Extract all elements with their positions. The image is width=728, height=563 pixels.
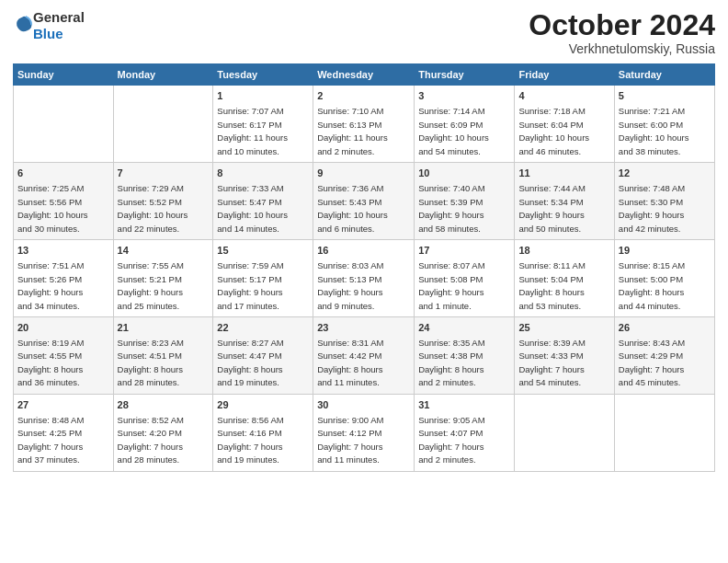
- day-number: 2: [317, 89, 410, 104]
- weekday-header-saturday: Saturday: [614, 64, 714, 86]
- day-info: Sunrise: 8:15 AM Sunset: 5:00 PM Dayligh…: [619, 260, 685, 311]
- calendar-cell: 3Sunrise: 7:14 AM Sunset: 6:09 PM Daylig…: [415, 86, 515, 163]
- day-info: Sunrise: 8:39 AM Sunset: 4:33 PM Dayligh…: [518, 338, 585, 388]
- calendar-cell: [113, 86, 213, 163]
- calendar-cell: 9Sunrise: 7:36 AM Sunset: 5:43 PM Daylig…: [313, 163, 415, 240]
- day-info: Sunrise: 8:56 AM Sunset: 4:16 PM Dayligh…: [217, 415, 283, 465]
- weekday-header-tuesday: Tuesday: [213, 64, 313, 86]
- calendar-week-5: 27Sunrise: 8:48 AM Sunset: 4:25 PM Dayli…: [14, 394, 715, 471]
- day-info: Sunrise: 8:23 AM Sunset: 4:51 PM Dayligh…: [118, 338, 184, 388]
- day-info: Sunrise: 7:55 AM Sunset: 5:21 PM Dayligh…: [118, 260, 184, 311]
- calendar-cell: 19Sunrise: 8:15 AM Sunset: 5:00 PM Dayli…: [614, 240, 714, 317]
- day-number: 11: [518, 167, 609, 181]
- day-number: 31: [418, 398, 510, 413]
- day-info: Sunrise: 7:40 AM Sunset: 5:39 PM Dayligh…: [418, 183, 484, 234]
- day-info: Sunrise: 8:52 AM Sunset: 4:20 PM Dayligh…: [118, 415, 184, 465]
- weekday-header-thursday: Thursday: [415, 64, 515, 86]
- day-number: 24: [418, 321, 510, 336]
- day-number: 26: [619, 321, 711, 336]
- calendar-cell: 15Sunrise: 7:59 AM Sunset: 5:17 PM Dayli…: [213, 240, 313, 317]
- day-number: 21: [118, 321, 210, 336]
- month-title: October 2024: [529, 9, 715, 41]
- day-info: Sunrise: 8:11 AM Sunset: 5:04 PM Dayligh…: [518, 260, 585, 311]
- day-info: Sunrise: 8:31 AM Sunset: 4:42 PM Dayligh…: [317, 338, 383, 388]
- day-number: 4: [518, 89, 609, 104]
- calendar-body: 1Sunrise: 7:07 AM Sunset: 6:17 PM Daylig…: [14, 86, 715, 472]
- logo-blue-text: Blue: [33, 26, 63, 41]
- day-info: Sunrise: 7:36 AM Sunset: 5:43 PM Dayligh…: [317, 183, 388, 234]
- day-info: Sunrise: 7:25 AM Sunset: 5:56 PM Dayligh…: [17, 183, 88, 234]
- day-number: 29: [217, 398, 309, 413]
- day-info: Sunrise: 7:59 AM Sunset: 5:17 PM Dayligh…: [217, 260, 283, 311]
- calendar-header: SundayMondayTuesdayWednesdayThursdayFrid…: [14, 64, 715, 86]
- day-info: Sunrise: 8:43 AM Sunset: 4:29 PM Dayligh…: [619, 338, 685, 388]
- calendar-cell: 13Sunrise: 7:51 AM Sunset: 5:26 PM Dayli…: [14, 240, 114, 317]
- day-info: Sunrise: 8:27 AM Sunset: 4:47 PM Dayligh…: [217, 338, 283, 388]
- weekday-header-wednesday: Wednesday: [313, 64, 415, 86]
- calendar-cell: 24Sunrise: 8:35 AM Sunset: 4:38 PM Dayli…: [415, 317, 515, 395]
- calendar-week-2: 6Sunrise: 7:25 AM Sunset: 5:56 PM Daylig…: [14, 163, 715, 240]
- calendar-table: SundayMondayTuesdayWednesdayThursdayFrid…: [13, 63, 715, 472]
- day-number: 10: [418, 167, 510, 181]
- day-info: Sunrise: 7:44 AM Sunset: 5:34 PM Dayligh…: [518, 183, 585, 234]
- day-info: Sunrise: 9:05 AM Sunset: 4:07 PM Dayligh…: [418, 415, 484, 465]
- day-number: 28: [118, 398, 210, 413]
- day-info: Sunrise: 7:48 AM Sunset: 5:30 PM Dayligh…: [619, 183, 685, 234]
- calendar-cell: 6Sunrise: 7:25 AM Sunset: 5:56 PM Daylig…: [14, 163, 114, 240]
- day-number: 8: [217, 167, 309, 181]
- calendar-cell: 7Sunrise: 7:29 AM Sunset: 5:52 PM Daylig…: [113, 163, 213, 240]
- calendar-cell: 14Sunrise: 7:55 AM Sunset: 5:21 PM Dayli…: [113, 240, 213, 317]
- day-info: Sunrise: 7:07 AM Sunset: 6:17 PM Dayligh…: [217, 106, 288, 156]
- logo-general-text: General: [33, 9, 85, 25]
- calendar-cell: 25Sunrise: 8:39 AM Sunset: 4:33 PM Dayli…: [515, 317, 614, 395]
- day-number: 30: [317, 398, 410, 413]
- calendar-cell: 12Sunrise: 7:48 AM Sunset: 5:30 PM Dayli…: [614, 163, 714, 240]
- day-info: Sunrise: 8:48 AM Sunset: 4:25 PM Dayligh…: [17, 415, 84, 465]
- calendar-cell: 16Sunrise: 8:03 AM Sunset: 5:13 PM Dayli…: [313, 240, 415, 317]
- day-info: Sunrise: 8:03 AM Sunset: 5:13 PM Dayligh…: [317, 260, 383, 311]
- weekday-header-sunday: Sunday: [14, 64, 114, 86]
- day-info: Sunrise: 7:51 AM Sunset: 5:26 PM Dayligh…: [17, 260, 84, 311]
- header: General Blue October 2024 Verkhnetulomsk…: [13, 9, 715, 56]
- day-number: 18: [518, 244, 609, 259]
- day-info: Sunrise: 7:21 AM Sunset: 6:00 PM Dayligh…: [619, 106, 689, 156]
- calendar-cell: [614, 394, 714, 471]
- day-number: 22: [217, 321, 309, 336]
- calendar-cell: 21Sunrise: 8:23 AM Sunset: 4:51 PM Dayli…: [113, 317, 213, 395]
- day-info: Sunrise: 7:14 AM Sunset: 6:09 PM Dayligh…: [418, 106, 489, 156]
- day-number: 19: [619, 244, 711, 259]
- day-info: Sunrise: 8:19 AM Sunset: 4:55 PM Dayligh…: [17, 338, 84, 388]
- day-number: 20: [17, 321, 109, 336]
- day-number: 15: [217, 244, 309, 259]
- calendar-cell: 30Sunrise: 9:00 AM Sunset: 4:12 PM Dayli…: [313, 394, 415, 471]
- calendar-cell: 5Sunrise: 7:21 AM Sunset: 6:00 PM Daylig…: [614, 86, 714, 163]
- day-number: 9: [317, 167, 410, 181]
- day-number: 25: [518, 321, 609, 336]
- day-number: 5: [619, 89, 711, 104]
- day-number: 3: [418, 89, 510, 104]
- calendar-cell: [14, 86, 114, 163]
- day-info: Sunrise: 7:33 AM Sunset: 5:47 PM Dayligh…: [217, 183, 288, 234]
- calendar-cell: 4Sunrise: 7:18 AM Sunset: 6:04 PM Daylig…: [515, 86, 614, 163]
- calendar-cell: 22Sunrise: 8:27 AM Sunset: 4:47 PM Dayli…: [213, 317, 313, 395]
- day-number: 14: [118, 244, 210, 259]
- calendar-week-1: 1Sunrise: 7:07 AM Sunset: 6:17 PM Daylig…: [14, 86, 715, 163]
- calendar-week-3: 13Sunrise: 7:51 AM Sunset: 5:26 PM Dayli…: [14, 240, 715, 317]
- calendar-week-4: 20Sunrise: 8:19 AM Sunset: 4:55 PM Dayli…: [14, 317, 715, 395]
- day-number: 13: [17, 244, 109, 259]
- calendar-cell: 28Sunrise: 8:52 AM Sunset: 4:20 PM Dayli…: [113, 394, 213, 471]
- day-number: 16: [317, 244, 410, 259]
- logo: General Blue: [13, 9, 85, 42]
- weekday-header-friday: Friday: [515, 64, 614, 86]
- day-info: Sunrise: 8:07 AM Sunset: 5:08 PM Dayligh…: [418, 260, 484, 311]
- calendar-cell: 31Sunrise: 9:05 AM Sunset: 4:07 PM Dayli…: [415, 394, 515, 471]
- day-number: 23: [317, 321, 410, 336]
- calendar-cell: 17Sunrise: 8:07 AM Sunset: 5:08 PM Dayli…: [415, 240, 515, 317]
- calendar-cell: 23Sunrise: 8:31 AM Sunset: 4:42 PM Dayli…: [313, 317, 415, 395]
- day-info: Sunrise: 7:18 AM Sunset: 6:04 PM Dayligh…: [518, 106, 589, 156]
- day-number: 17: [418, 244, 510, 259]
- weekday-header-row: SundayMondayTuesdayWednesdayThursdayFrid…: [14, 64, 715, 86]
- calendar-cell: 18Sunrise: 8:11 AM Sunset: 5:04 PM Dayli…: [515, 240, 614, 317]
- calendar-cell: 29Sunrise: 8:56 AM Sunset: 4:16 PM Dayli…: [213, 394, 313, 471]
- day-info: Sunrise: 7:29 AM Sunset: 5:52 PM Dayligh…: [118, 183, 188, 234]
